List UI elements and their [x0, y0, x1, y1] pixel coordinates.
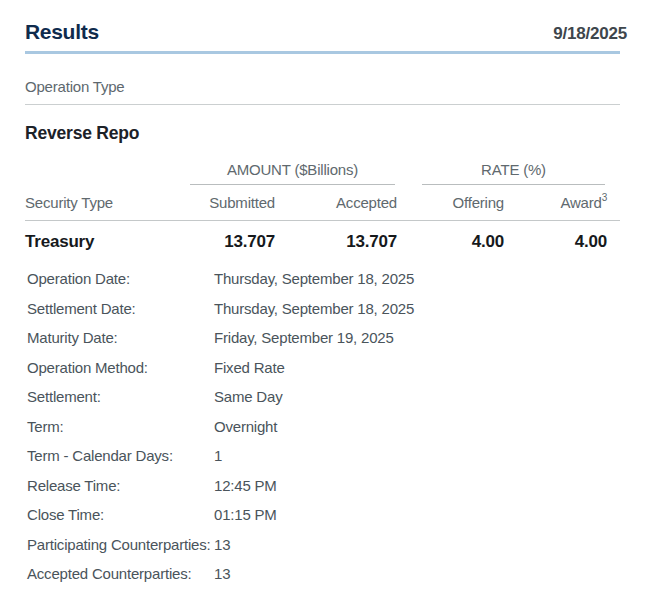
detail-label: Close Time:	[25, 506, 214, 523]
amount-group-header: AMOUNT ($Billions)	[190, 161, 395, 185]
cell-submitted: 13.707	[190, 232, 275, 252]
detail-row-release-time: Release Time: 12:45 PM	[25, 471, 620, 501]
cell-award: 4.00	[504, 232, 607, 252]
detail-value: 01:15 PM	[214, 506, 620, 523]
column-header-security-type: Security Type	[25, 194, 190, 211]
page-title: Results	[25, 20, 99, 44]
detail-value: 12:45 PM	[214, 477, 620, 494]
group-header-spacer	[25, 161, 190, 185]
detail-value: Friday, September 19, 2025	[214, 329, 620, 346]
detail-row-operation-date: Operation Date: Thursday, September 18, …	[25, 264, 620, 294]
detail-label: Operation Date:	[25, 270, 214, 287]
column-header-submitted: Submitted	[190, 194, 275, 211]
detail-row-maturity-date: Maturity Date: Friday, September 19, 202…	[25, 323, 620, 353]
operation-type-label: Operation Type	[25, 78, 620, 105]
detail-label: Settlement Date:	[25, 300, 214, 317]
cell-offering: 4.00	[397, 232, 504, 252]
cell-accepted: 13.707	[275, 232, 397, 252]
detail-row-settlement: Settlement: Same Day	[25, 382, 620, 412]
results-date: 9/18/2025	[553, 24, 627, 44]
detail-row-term: Term: Overnight	[25, 412, 620, 442]
results-header: Results 9/18/2025	[25, 20, 620, 44]
detail-label: Release Time:	[25, 477, 214, 494]
detail-value: Thursday, September 18, 2025	[214, 300, 620, 317]
table-group-header-row: AMOUNT ($Billions) RATE (%)	[25, 161, 620, 185]
detail-label: Operation Method:	[25, 359, 214, 376]
results-table: AMOUNT ($Billions) RATE (%) Security Typ…	[25, 161, 620, 252]
detail-value: Fixed Rate	[214, 359, 620, 376]
detail-value: Thursday, September 18, 2025	[214, 270, 620, 287]
detail-row-accepted-counterparties: Accepted Counterparties: 13	[25, 559, 620, 589]
detail-row-close-time: Close Time: 01:15 PM	[25, 500, 620, 530]
award-footnote-marker: 3	[602, 192, 607, 203]
group-header-gap	[395, 161, 422, 185]
detail-label: Term:	[25, 418, 214, 435]
column-header-accepted: Accepted	[275, 194, 397, 211]
operation-type-value: Reverse Repo	[25, 123, 620, 144]
detail-value: Same Day	[214, 388, 620, 405]
operation-details-list: Operation Date: Thursday, September 18, …	[25, 264, 620, 589]
detail-value: 13	[214, 565, 620, 582]
detail-label: Maturity Date:	[25, 329, 214, 346]
detail-row-operation-method: Operation Method: Fixed Rate	[25, 353, 620, 383]
detail-label: Accepted Counterparties:	[25, 565, 214, 582]
results-panel: Results 9/18/2025 Operation Type Reverse…	[25, 0, 620, 589]
detail-value: 1	[214, 447, 620, 464]
detail-label: Settlement:	[25, 388, 214, 405]
cell-security-type: Treasury	[25, 232, 190, 252]
detail-row-term-calendar-days: Term - Calendar Days: 1	[25, 441, 620, 471]
detail-label: Term - Calendar Days:	[25, 447, 214, 464]
header-divider	[25, 51, 620, 54]
detail-row-participating-counterparties: Participating Counterparties: 13	[25, 530, 620, 560]
detail-value: Overnight	[214, 418, 620, 435]
table-row-treasury: Treasury 13.707 13.707 4.00 4.00	[25, 221, 620, 252]
detail-row-settlement-date: Settlement Date: Thursday, September 18,…	[25, 294, 620, 324]
rate-group-header: RATE (%)	[422, 161, 605, 185]
detail-value: 13	[214, 536, 620, 553]
column-header-award: Award3	[504, 194, 607, 211]
table-column-header-row: Security Type Submitted Accepted Offerin…	[25, 194, 620, 221]
column-header-offering: Offering	[397, 194, 504, 211]
detail-label: Participating Counterparties:	[25, 536, 214, 553]
award-label: Award	[560, 194, 601, 211]
